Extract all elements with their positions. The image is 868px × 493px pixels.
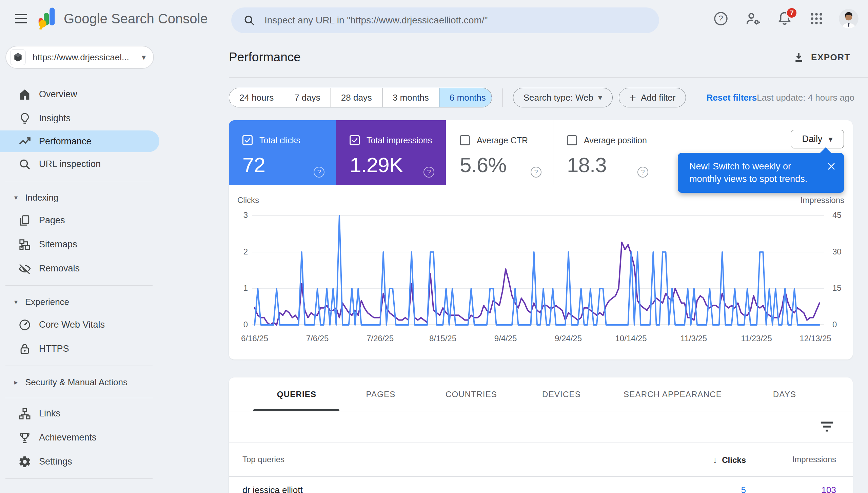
column-clicks-sort[interactable]: ↓ Clicks bbox=[713, 455, 746, 465]
xtick: 10/14/25 bbox=[607, 334, 655, 343]
range-28-days[interactable]: 28 days bbox=[331, 88, 382, 107]
link-tree-icon bbox=[18, 407, 32, 420]
topbar-actions: ? 7 bbox=[711, 0, 859, 37]
speedometer-icon bbox=[18, 318, 32, 332]
range-6-months-selected[interactable]: 6 months ▾ bbox=[439, 88, 492, 107]
sidebar: https://www.drjessicael... ▾ Overview In… bbox=[0, 37, 159, 493]
dimensions-table-card: QUERIES PAGES COUNTRIES DEVICES SEARCH A… bbox=[229, 377, 853, 493]
google-apps-grid-icon[interactable] bbox=[807, 9, 826, 28]
gear-icon bbox=[18, 455, 32, 469]
sidebar-item-overview[interactable]: Overview bbox=[0, 82, 159, 106]
help-icon[interactable]: ? bbox=[531, 167, 541, 178]
notifications-bell-icon[interactable]: 7 bbox=[775, 9, 794, 28]
avatar[interactable] bbox=[839, 9, 859, 28]
product-name: Google Search Console bbox=[64, 11, 208, 26]
left-axis-title: Clicks bbox=[237, 196, 259, 205]
ytick: 0 bbox=[832, 320, 837, 329]
pages-icon bbox=[18, 214, 32, 227]
chevron-down-icon: ▾ bbox=[598, 94, 602, 102]
section-experience[interactable]: ▾ Experience bbox=[0, 291, 159, 313]
primary-nav: Overview Insights Performance URL inspec… bbox=[0, 82, 159, 176]
section-security-manual-actions[interactable]: ▸ Security & Manual Actions bbox=[0, 371, 159, 393]
table-row[interactable]: dr jessica elliott 5 103 bbox=[229, 477, 853, 493]
filter-list-icon[interactable] bbox=[819, 419, 835, 434]
app-logo[interactable]: Google Search Console bbox=[38, 6, 208, 31]
range-3-months[interactable]: 3 months bbox=[382, 88, 439, 107]
trophy-icon bbox=[18, 431, 32, 445]
help-icon[interactable]: ? bbox=[314, 167, 324, 178]
sidebar-item-performance[interactable]: Performance bbox=[0, 130, 159, 152]
dimension-tabs: QUERIES PAGES COUNTRIES DEVICES SEARCH A… bbox=[229, 377, 853, 411]
clicks-cell: 5 bbox=[741, 485, 746, 493]
sidebar-item-settings[interactable]: Settings bbox=[0, 450, 159, 474]
date-range-control: 24 hours 7 days 28 days 3 months 6 month… bbox=[229, 88, 492, 107]
divider bbox=[5, 478, 153, 479]
xtick: 9/24/25 bbox=[545, 334, 592, 343]
metric-total-impressions[interactable]: Total impressions 1.29K ? bbox=[336, 120, 446, 185]
section-indexing[interactable]: ▾ Indexing bbox=[0, 187, 159, 208]
search-icon bbox=[243, 14, 256, 27]
sidebar-item-core-web-vitals[interactable]: Core Web Vitals bbox=[0, 313, 159, 337]
top-bar: Google Search Console ? 7 bbox=[0, 0, 868, 37]
tab-days[interactable]: DAYS bbox=[773, 377, 796, 411]
help-icon[interactable]: ? bbox=[711, 9, 730, 28]
sidebar-item-removals[interactable]: Removals bbox=[0, 256, 159, 281]
right-axis-title: Impressions bbox=[793, 196, 844, 205]
url-inspect-searchbar[interactable] bbox=[231, 7, 659, 33]
add-filter-button[interactable]: + Add filter bbox=[619, 88, 686, 107]
range-24-hours[interactable]: 24 hours bbox=[229, 88, 284, 107]
checkbox-checked-icon[interactable] bbox=[350, 135, 360, 145]
tab-countries[interactable]: COUNTRIES bbox=[446, 377, 497, 411]
close-icon[interactable] bbox=[826, 162, 836, 172]
sidebar-item-url-inspection[interactable]: URL inspection bbox=[0, 152, 159, 176]
tab-queries[interactable]: QUERIES bbox=[277, 377, 316, 411]
notification-count-badge: 7 bbox=[786, 7, 797, 19]
property-selector[interactable]: https://www.drjessicael... ▾ bbox=[5, 46, 154, 69]
reset-filters-link[interactable]: Reset filters bbox=[706, 93, 757, 103]
promo-tooltip: New! Switch to weekly or monthly views t… bbox=[678, 153, 844, 193]
lightbulb-icon bbox=[18, 112, 32, 125]
help-icon[interactable]: ? bbox=[423, 167, 434, 178]
checkbox-unchecked-icon[interactable] bbox=[567, 135, 577, 145]
divider bbox=[229, 77, 868, 78]
checkbox-unchecked-icon[interactable] bbox=[460, 135, 470, 145]
range-7-days[interactable]: 7 days bbox=[284, 88, 331, 107]
xtick: 9/4/25 bbox=[482, 334, 529, 343]
chevron-down-icon: ▾ bbox=[828, 135, 832, 143]
table-header-row: Top queries ↓ Clicks Impressions bbox=[229, 443, 853, 477]
tab-devices[interactable]: DEVICES bbox=[542, 377, 581, 411]
chevron-down-icon: ▾ bbox=[142, 53, 146, 61]
granularity-dropdown[interactable]: Daily ▾ bbox=[791, 130, 844, 148]
sidebar-item-pages[interactable]: Pages bbox=[0, 208, 159, 232]
chevron-collapsed-icon: ▸ bbox=[14, 378, 23, 386]
column-top-queries: Top queries bbox=[242, 455, 284, 464]
export-button[interactable]: EXPORT bbox=[793, 51, 850, 63]
trending-up-icon bbox=[18, 135, 32, 148]
metric-average-ctr[interactable]: Average CTR 5.6% ? bbox=[446, 120, 553, 185]
xtick: 6/16/25 bbox=[231, 334, 278, 343]
xtick: 7/26/25 bbox=[356, 334, 404, 343]
sidebar-item-sitemaps[interactable]: Sitemaps bbox=[0, 232, 159, 256]
ytick: 2 bbox=[232, 247, 248, 256]
ytick: 0 bbox=[232, 320, 248, 329]
metric-total-clicks[interactable]: Total clicks 72 ? bbox=[229, 120, 336, 185]
table-toolbar bbox=[229, 411, 853, 443]
help-icon[interactable]: ? bbox=[637, 167, 648, 178]
metric-average-position[interactable]: Average position 18.3 ? bbox=[553, 120, 660, 185]
url-inspect-input[interactable] bbox=[264, 15, 648, 26]
sidebar-item-links[interactable]: Links bbox=[0, 402, 159, 426]
checkbox-checked-icon[interactable] bbox=[242, 135, 253, 145]
tab-pages[interactable]: PAGES bbox=[366, 377, 396, 411]
ytick: 3 bbox=[232, 210, 248, 220]
sidebar-item-insights[interactable]: Insights bbox=[0, 106, 159, 130]
sidebar-item-https[interactable]: HTTPS bbox=[0, 337, 159, 361]
page-title: Performance bbox=[229, 50, 301, 64]
search-type-dropdown[interactable]: Search type: Web ▾ bbox=[513, 88, 613, 107]
tab-search-appearance[interactable]: SEARCH APPEARANCE bbox=[624, 377, 722, 411]
menu-icon[interactable] bbox=[10, 8, 32, 29]
chevron-expanded-icon: ▾ bbox=[14, 298, 23, 306]
column-impressions: Impressions bbox=[792, 455, 836, 464]
manage-users-icon[interactable] bbox=[743, 9, 762, 28]
sidebar-item-achievements[interactable]: Achievements bbox=[0, 426, 159, 450]
chevron-expanded-icon: ▾ bbox=[14, 193, 23, 202]
